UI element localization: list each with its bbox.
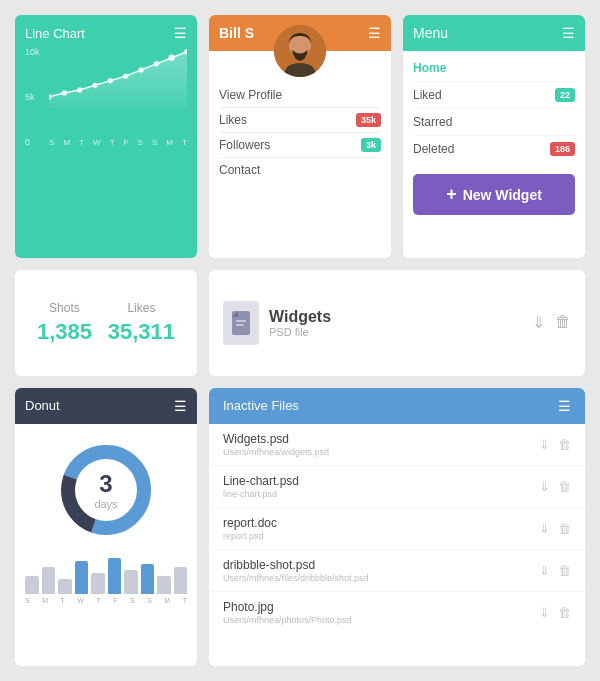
svg-point-5 xyxy=(123,74,128,79)
menu-item-home[interactable]: Home xyxy=(413,55,575,82)
delete-icon[interactable]: 🗑 xyxy=(555,313,571,332)
y-label-5k: 5k xyxy=(25,92,40,102)
download-icon[interactable]: ⇓ xyxy=(539,479,550,494)
bar-chart-bars xyxy=(25,554,187,594)
download-icon[interactable]: ⇓ xyxy=(532,313,545,332)
donut-card: Donut ☰ 3 days xyxy=(15,388,197,666)
inactive-files-menu-icon[interactable]: ☰ xyxy=(558,398,571,414)
file-list-actions: ⇓ 🗑 xyxy=(539,479,571,494)
file-list-name: report.doc xyxy=(223,516,277,530)
likes-label: Likes xyxy=(108,301,175,315)
donut-number: 3 xyxy=(94,470,117,498)
delete-icon[interactable]: 🗑 xyxy=(558,563,571,578)
dashboard: Line Chart ☰ 10k 5k 0 xyxy=(0,0,600,681)
download-icon[interactable]: ⇓ xyxy=(539,521,550,536)
svg-point-1 xyxy=(62,91,67,96)
menu-item-starred[interactable]: Starred xyxy=(413,109,575,136)
bar xyxy=(75,561,89,594)
profile-menu-icon[interactable]: ☰ xyxy=(368,25,381,41)
profile-body: View Profile Likes 35k Followers 3k Cont… xyxy=(209,83,391,190)
download-icon[interactable]: ⇓ xyxy=(539,605,550,620)
new-widget-label: New Widget xyxy=(463,187,542,203)
file-list: Widgets.psd Users/mfhnea/widgets.psd ⇓ 🗑… xyxy=(209,424,585,633)
likes-value: 35,311 xyxy=(108,319,175,345)
file-list-item: Widgets.psd Users/mfhnea/widgets.psd ⇓ 🗑 xyxy=(209,424,585,466)
file-list-path: report.psd xyxy=(223,531,277,541)
line-chart-title: Line Chart xyxy=(25,26,85,41)
file-list-path: Users/mfhnea/widgets.psd xyxy=(223,447,329,457)
profile-likes[interactable]: Likes 35k xyxy=(219,108,381,133)
widgets-file-info: Widgets PSD file xyxy=(269,308,331,338)
line-chart-card: Line Chart ☰ 10k 5k 0 xyxy=(15,15,197,258)
donut-days-label: days xyxy=(94,498,117,510)
line-chart-header: Line Chart ☰ xyxy=(25,25,187,41)
y-axis-labels: 10k 5k 0 xyxy=(25,47,40,147)
menu-item-deleted[interactable]: Deleted 186 xyxy=(413,136,575,162)
donut-chart: 3 days xyxy=(56,440,156,540)
widgets-file-left: Widgets PSD file xyxy=(223,301,331,345)
bar xyxy=(157,576,171,594)
menu-menu-icon[interactable]: ☰ xyxy=(562,25,575,41)
menu-card: Menu ☰ Home Liked 22 Starred Deleted 186… xyxy=(403,15,585,258)
svg-rect-14 xyxy=(236,324,244,326)
menu-body: Home Liked 22 Starred Deleted 186 xyxy=(403,51,585,166)
donut-menu-icon[interactable]: ☰ xyxy=(174,398,187,414)
delete-icon[interactable]: 🗑 xyxy=(558,521,571,536)
profile-contact[interactable]: Contact xyxy=(219,158,381,182)
widgets-file-name: Widgets xyxy=(269,308,331,326)
delete-icon[interactable]: 🗑 xyxy=(558,479,571,494)
bar xyxy=(91,573,105,594)
file-list-actions: ⇓ 🗑 xyxy=(539,521,571,536)
shots-value: 1,385 xyxy=(37,319,92,345)
avatar xyxy=(274,25,326,77)
profile-view-profile[interactable]: View Profile xyxy=(219,83,381,108)
file-list-item: dribbble-shot.psd Users/mfhnea/files/dri… xyxy=(209,550,585,592)
file-list-info: report.doc report.psd xyxy=(223,516,277,541)
file-list-actions: ⇓ 🗑 xyxy=(539,437,571,452)
file-list-item: report.doc report.psd ⇓ 🗑 xyxy=(209,508,585,550)
download-icon[interactable]: ⇓ xyxy=(539,563,550,578)
inactive-files-card: Inactive Files ☰ Widgets.psd Users/mfhne… xyxy=(209,388,585,666)
svg-point-0 xyxy=(49,95,51,100)
bar xyxy=(174,567,188,594)
svg-point-2 xyxy=(77,88,82,93)
delete-icon[interactable]: 🗑 xyxy=(558,437,571,452)
profile-name: Bill S xyxy=(219,25,254,41)
line-chart-svg xyxy=(49,47,187,108)
donut-body: 3 days S M T W T F S S M T xyxy=(15,424,197,614)
liked-badge: 22 xyxy=(555,88,575,102)
bar-chart-area: S M T W T F S S M T xyxy=(25,554,187,604)
svg-point-6 xyxy=(139,68,144,73)
deleted-badge: 186 xyxy=(550,142,575,156)
widgets-file-type: PSD file xyxy=(269,326,331,338)
file-list-actions: ⇓ 🗑 xyxy=(539,605,571,620)
menu-title: Menu xyxy=(413,25,448,41)
file-list-info: dribbble-shot.psd Users/mfhnea/files/dri… xyxy=(223,558,369,583)
inactive-files-header: Inactive Files ☰ xyxy=(209,388,585,424)
file-list-name: Line-chart.psd xyxy=(223,474,299,488)
svg-point-7 xyxy=(154,62,159,67)
file-list-info: Photo.jpg Users/mfhnea/photos/Photo.psd xyxy=(223,600,352,625)
file-list-name: Widgets.psd xyxy=(223,432,329,446)
likes-badge: 35k xyxy=(356,113,381,127)
widgets-file-card: Widgets PSD file ⇓ 🗑 xyxy=(209,270,585,375)
line-chart-menu-icon[interactable]: ☰ xyxy=(174,25,187,41)
file-list-path: line-chart.psd xyxy=(223,489,299,499)
file-list-path: Users/mfhnea/files/dribbble/shot.psd xyxy=(223,573,369,583)
line-chart-area: 10k 5k 0 xyxy=(25,47,187,147)
bar xyxy=(108,558,122,594)
donut-header: Donut ☰ xyxy=(15,388,197,424)
profile-followers[interactable]: Followers 3k xyxy=(219,133,381,158)
new-widget-button[interactable]: + New Widget xyxy=(413,174,575,215)
file-icon-box xyxy=(223,301,259,345)
menu-item-liked[interactable]: Liked 22 xyxy=(413,82,575,109)
download-icon[interactable]: ⇓ xyxy=(539,437,550,452)
svg-point-9 xyxy=(185,49,187,54)
file-list-path: Users/mfhnea/photos/Photo.psd xyxy=(223,615,352,625)
shots-stat: Shots 1,385 xyxy=(37,301,92,345)
svg-point-8 xyxy=(169,55,174,60)
menu-header: Menu ☰ xyxy=(403,15,585,51)
file-list-item: Photo.jpg Users/mfhnea/photos/Photo.psd … xyxy=(209,592,585,633)
delete-icon[interactable]: 🗑 xyxy=(558,605,571,620)
file-list-actions: ⇓ 🗑 xyxy=(539,563,571,578)
